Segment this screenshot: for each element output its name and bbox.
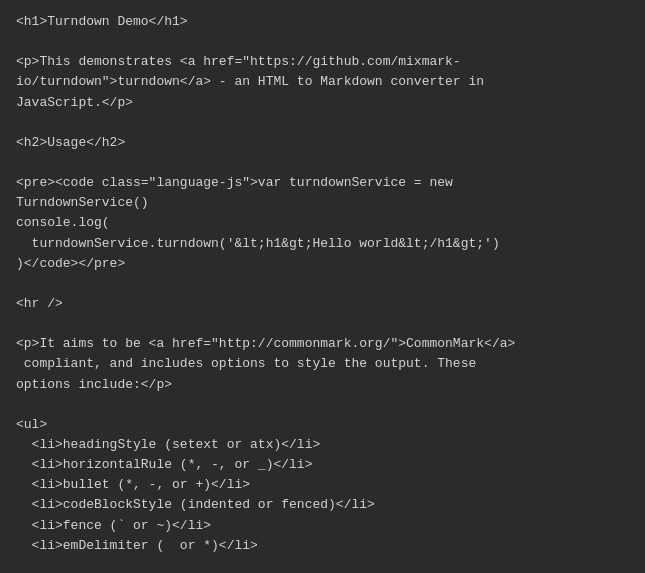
code-line-6: <p>It aims to be <a href="http://commonm… [16, 334, 629, 394]
code-editor: <h1>Turndown Demo</h1> <p>This demonstra… [0, 0, 645, 573]
blank-line-5 [16, 314, 629, 334]
code-line-12: <li>fence (` or ~)</li> [16, 516, 629, 536]
code-line-10: <li>bullet (*, -, or +)</li> [16, 475, 629, 495]
code-line-9: <li>horizontalRule (*, -, or _)</li> [16, 455, 629, 475]
blank-line-4 [16, 274, 629, 294]
blank-line-1 [16, 32, 629, 52]
blank-line-3 [16, 153, 629, 173]
code-line-7: <ul> [16, 415, 629, 435]
blank-line-2 [16, 113, 629, 133]
code-line-1: <h1>Turndown Demo</h1> [16, 12, 629, 32]
code-line-4: <pre><code class="language-js">var turnd… [16, 173, 629, 274]
code-line-8: <li>headingStyle (setext or atx)</li> [16, 435, 629, 455]
blank-line-6 [16, 395, 629, 415]
code-line-13: <li>emDelimiter ( or *)</li> [16, 536, 629, 556]
code-line-5: <hr /> [16, 294, 629, 314]
code-line-3: <h2>Usage</h2> [16, 133, 629, 153]
code-line-11: <li>codeBlockStyle (indented or fenced)<… [16, 495, 629, 515]
code-line-2: <p>This demonstrates <a href="https://gi… [16, 52, 629, 112]
